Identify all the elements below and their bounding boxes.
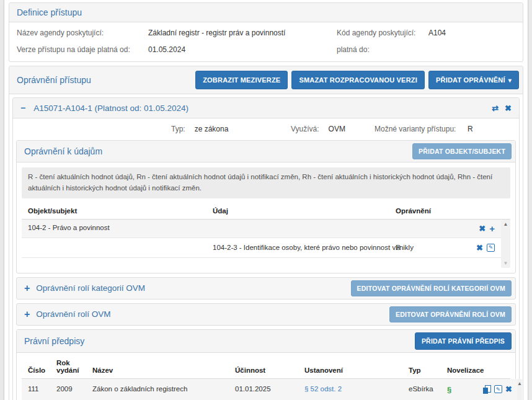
chevron-down-icon: ▾ [508, 77, 512, 84]
role-kategorie-title: Oprávnění rolí kategorií OVM [36, 283, 350, 293]
page-container: Definice přístupu Název agendy poskytují… [4, 0, 528, 400]
cell-typ: eSbírka [409, 385, 447, 393]
udaje-heading: Oprávnění k údajům PŘIDAT OBJEKT/SUBJEKT [17, 141, 515, 162]
novelizace-paragraph-icon[interactable]: § [447, 385, 483, 394]
cell-rok: 2009 [56, 385, 92, 393]
panel-opravneni-roli-ovm[interactable]: + Oprávnění rolí OVM EDITOVAT OPRÁVNĚNÍ … [16, 303, 516, 326]
col-cislo: Číslo [22, 367, 56, 374]
scrollbar[interactable]: ▲ ▼ [517, 379, 522, 400]
accordion-actions: ⇄ ✖ [492, 104, 512, 112]
vyuziva-label: Využívá: [291, 125, 319, 133]
udaje-table-header: Objekt/subjekt Údaj Oprávnění [22, 203, 510, 220]
predpisy-scroll-area: 111 2009 Zákon o základních registrech 0… [22, 379, 510, 400]
udaje-title: Oprávnění k údajům [24, 146, 102, 156]
panel-opravneni-heading: Oprávnění přístupu ZOBRAZIT MEZIVERZE SM… [9, 66, 523, 94]
scrollbar[interactable]: ▲ ▼ [501, 220, 510, 268]
col-objekt-subjekt: Objekt/subjekt [22, 207, 213, 215]
vyuziva-value: OVM [329, 125, 345, 133]
expand-icon[interactable]: + [24, 283, 30, 293]
predpisy-table-header: Číslo Rok vydání Název Účinnost Ustanove… [22, 357, 510, 379]
swap-version-icon[interactable]: ⇄ [492, 104, 499, 112]
access-accordion: − A15071-A104-1 (Platnost od: 01.05.2024… [12, 97, 520, 400]
verze-platna-od-value: 01.05.2024 [148, 45, 337, 54]
delete-icon[interactable]: ✖ [479, 224, 485, 233]
ustanoveni-link[interactable]: § 52 odst. 2 [304, 385, 342, 393]
udaje-table: Objekt/subjekt Údaj Oprávnění 104-2 - Pr… [22, 203, 510, 268]
zobrazit-meziverze-button[interactable]: ZOBRAZIT MEZIVERZE [195, 71, 288, 89]
row-actions: ✎ ✖ [483, 385, 517, 394]
cell-opravneni: R [396, 244, 463, 251]
predpisy-table: Číslo Rok vydání Název Účinnost Ustanove… [22, 357, 510, 400]
opravneni-body: − A15071-A104-1 (Platnost od: 01.05.2024… [9, 94, 523, 400]
udaje-description: R - čtení aktuálních hodnot údajů, Rn - … [22, 167, 510, 198]
scroll-up-icon[interactable]: ▲ [503, 221, 508, 227]
cell-objekt: 104-2 - Právo a povinnost [22, 224, 213, 231]
smazat-rozpracovanou-verzi-button[interactable]: SMAZAT ROZPRACOVANOU VERZI [291, 71, 425, 89]
copy-icon[interactable] [483, 385, 491, 394]
panel-opravneni-title: Oprávnění přístupu [17, 75, 91, 85]
verze-platna-od-label: Verze přístupu na údaje platná od: [17, 45, 148, 54]
udaje-scroll-area: 104-2 - Právo a povinnost ✖ + [22, 220, 510, 268]
editovat-role-ovm-button[interactable]: EDITOVAT OPRÁVNĚNÍ ROLÍ OVM [389, 306, 512, 322]
platna-do-label: platná do: [337, 45, 428, 54]
accordion-header[interactable]: − A15071-A104-1 (Platnost od: 01.05.2024… [13, 98, 519, 118]
scroll-up-icon[interactable]: ▲ [517, 381, 522, 386]
udaje-rows: 104-2 - Právo a povinnost ✖ + [22, 220, 501, 268]
col-novelizace: Novelizace [447, 367, 483, 374]
col-typ: Typ [409, 367, 447, 374]
cell-ucinnost: 01.01.2025 [235, 385, 304, 393]
pridat-objekt-subjekt-button[interactable]: PŘIDAT OBJEKT/SUBJEKT [412, 143, 512, 159]
col-udaj: Údaj [213, 207, 396, 215]
cell-cislo: 111 [22, 385, 56, 393]
mozne-varianty-value: R [468, 125, 473, 133]
scroll-down-icon[interactable]: ▼ [503, 260, 508, 266]
accordion-body: Typ: ze zákona Využívá: OVM Možné varian… [13, 118, 519, 400]
expand-icon[interactable]: + [24, 309, 30, 319]
close-icon[interactable]: ✖ [505, 104, 512, 112]
cell-nazev: Zákon o základních registrech [92, 385, 235, 393]
nazev-agendy-label: Název agendy poskytující: [17, 29, 148, 37]
typ-value: ze zákona [195, 125, 229, 133]
panel-pravni-predpisy: Právní předpisy PŘIDAT PRÁVNÍ PŘEDPIS Čí… [16, 329, 516, 400]
col-ustanoveni: Ustanovení [304, 367, 409, 374]
collapse-icon[interactable]: − [20, 103, 25, 113]
panel-opravneni-roli-kategorii-ovm[interactable]: + Oprávnění rolí kategorií OVM EDITOVAT … [16, 277, 516, 300]
table-row: 111 2009 Zákon o základních registrech 0… [22, 379, 517, 400]
row-actions: ✖ + [463, 224, 501, 233]
col-opravneni: Oprávnění [396, 207, 510, 215]
panel-definice-pristupu: Definice přístupu Název agendy poskytují… [9, 2, 523, 62]
delete-icon[interactable]: ✖ [505, 385, 512, 393]
pridat-opravneni-label: PŘIDAT OPRÁVNĚNÍ [436, 76, 505, 84]
mozne-varianty-label: Možné varianty přístupu: [375, 125, 458, 133]
panel-opravneni-k-udajum: Oprávnění k údajům PŘIDAT OBJEKT/SUBJEKT… [16, 140, 516, 273]
add-icon[interactable]: + [489, 224, 495, 233]
panel-definice-heading: Definice přístupu [9, 3, 523, 22]
predpisy-rows: 111 2009 Zákon o základních registrech 0… [22, 379, 517, 400]
table-row: 104-2-3 - Identifikace osoby, které práv… [22, 238, 501, 258]
accordion-title: A15071-A104-1 (Platnost od: 01.05.2024) [33, 104, 492, 113]
edit-icon[interactable]: ✎ [487, 244, 495, 252]
col-rok-vydani: Rok vydání [56, 359, 92, 374]
panel-definice-title: Definice přístupu [17, 7, 82, 17]
edit-icon[interactable]: ✎ [494, 385, 502, 393]
kod-agendy-label: Kód agendy poskytující: [337, 29, 428, 37]
predpisy-title: Právní předpisy [24, 336, 84, 346]
pridat-opravneni-button[interactable]: PŘIDAT OPRÁVNĚNÍ▾ [428, 71, 519, 89]
kod-agendy-value: A104 [428, 29, 515, 37]
access-meta-row: Typ: ze zákona Využívá: OVM Možné varian… [16, 118, 516, 140]
role-ovm-title: Oprávnění rolí OVM [36, 309, 389, 319]
pridat-pravni-predpis-button[interactable]: PŘIDAT PRÁVNÍ PŘEDPIS [415, 332, 512, 350]
typ-label: Typ: [171, 125, 185, 133]
nazev-agendy-value: Základní registr - registr práv a povinn… [148, 29, 337, 37]
col-ucinnost: Účinnost [235, 367, 304, 374]
opravneni-toolbar: ZOBRAZIT MEZIVERZE SMAZAT ROZPRACOVANOU … [195, 71, 519, 89]
panel-opravneni-pristupu: Oprávnění přístupu ZOBRAZIT MEZIVERZE SM… [9, 66, 523, 400]
definice-body: Název agendy poskytující: Základní regis… [9, 22, 523, 61]
cell-udaj: 104-2-3 - Identifikace osoby, které práv… [213, 244, 396, 251]
editovat-role-kategorii-button[interactable]: EDITOVAT OPRÁVNĚNÍ ROLÍ KATEGORIÍ OVM [351, 280, 512, 296]
delete-icon[interactable]: ✖ [476, 244, 483, 252]
table-row: 104-2 - Právo a povinnost ✖ + [22, 220, 501, 238]
predpisy-heading: Právní předpisy PŘIDAT PRÁVNÍ PŘEDPIS [17, 330, 515, 353]
col-nazev: Název [92, 367, 235, 374]
row-actions: ✖ ✎ [463, 244, 501, 252]
